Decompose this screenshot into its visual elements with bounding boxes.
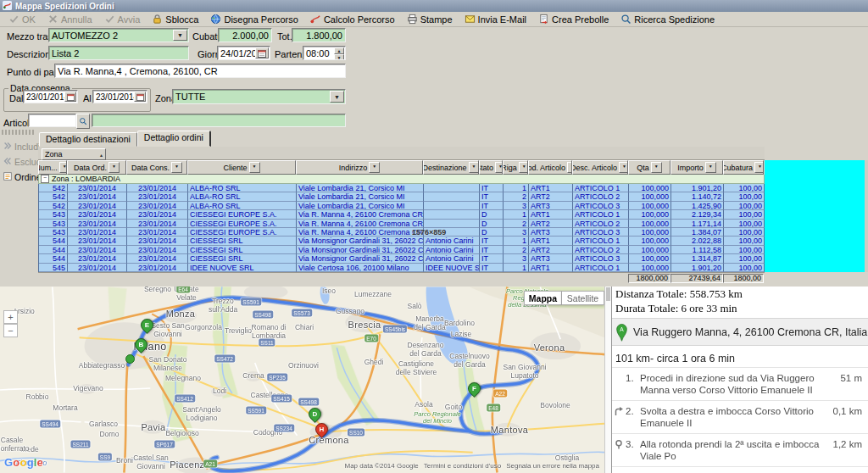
table-row[interactable]: 54323/01/201423/01/2014CIESSEGI EUROPE S… — [38, 210, 765, 219]
filter-dropdown-icon[interactable]: ▼ — [705, 162, 716, 173]
filter-dropdown-icon[interactable]: ▼ — [469, 162, 479, 173]
tab-dettaglio-ordini[interactable]: Dettaglio ordini — [137, 131, 211, 147]
column-header-stato[interactable]: Stato▼ — [479, 160, 503, 175]
table-row[interactable]: 54223/01/201423/01/2014ALBA-RO SRLViale … — [38, 184, 765, 192]
map-marker-partial[interactable] — [125, 354, 135, 364]
grid-scrollbar[interactable] — [865, 160, 868, 272]
cell-indirizzo: Via Monsignor Gardinali 31, 26022 Castel… — [297, 236, 424, 245]
column-header-num[interactable]: Num...▼ — [38, 160, 67, 175]
toolbar-button-calcolo-percorso[interactable]: Calcolo Percorso — [305, 12, 400, 26]
descrizione-field[interactable]: Lista 2 — [48, 46, 189, 60]
cell-cliente: CIESSEGI SRL — [188, 236, 297, 245]
filter-dropdown-icon[interactable]: ▼ — [495, 162, 503, 173]
tab-dettaglio-destinazioni[interactable]: Dettaglio destinazioni — [39, 132, 137, 147]
articolo-field[interactable] — [28, 114, 76, 127]
column-header-indirizzo[interactable]: Indirizzo▼ — [296, 160, 423, 175]
report-error-link[interactable]: Segnala un errore nella mappa — [506, 462, 599, 470]
toolbar-button-invia-e-mail[interactable]: Invia E-Mail — [459, 12, 531, 26]
cell-num: 544 — [39, 246, 68, 254]
cell-num: 543 — [39, 228, 68, 236]
articolo-search-button[interactable] — [76, 114, 90, 129]
cell-qta: 100,000 — [629, 254, 671, 263]
total-qta: 1800,000 — [628, 274, 670, 283]
filter-dropdown-icon[interactable]: ▼ — [519, 162, 528, 173]
column-header-qta[interactable]: Qta▼ — [628, 160, 670, 175]
toolbar-button-ricerca-spedizione[interactable]: Ricerca Spedizione — [615, 12, 720, 26]
filter-dropdown-icon[interactable]: ▼ — [651, 162, 662, 173]
cell-data-cons: 23/01/2014 — [127, 192, 188, 201]
cell-importo: 1.112,58 — [671, 246, 724, 254]
direction-step[interactable]: 4.Alla Largo Fabio Moreni prendi la 2ª u… — [612, 466, 868, 473]
arrows-right-icon — [3, 141, 13, 153]
time-spinner[interactable]: ▲▼ — [334, 47, 344, 58]
column-header-cod-articolo[interactable]: Cod. Articolo▼ — [528, 160, 572, 175]
doc-icon — [538, 14, 549, 25]
grid-empty-area — [765, 160, 865, 272]
collapse-icon[interactable]: − — [41, 175, 49, 183]
table-row[interactable]: 54223/01/201423/01/2014ALBA-RO SRLViale … — [38, 192, 765, 201]
column-header-desc-articolo[interactable]: Desc. Articolo▼ — [572, 160, 628, 175]
table-row[interactable]: 54323/01/201423/01/2014CIESSEGI EUROPE S… — [38, 220, 765, 228]
giorno-field[interactable]: 24/01/2014 — [217, 46, 270, 60]
cell-riga: 2 — [504, 246, 529, 254]
filter-dropdown-icon[interactable]: ▼ — [171, 162, 182, 173]
table-row[interactable]: 54223/01/201423/01/2014ALBA-RO SRLViale … — [38, 202, 765, 210]
cell-indirizzo: Via Monsignor Gardinali 31, 26022 Castel… — [297, 246, 424, 254]
column-header-destinazione[interactable]: Destinazione▼ — [423, 160, 479, 175]
terms-link[interactable]: Termini e condizioni d'uso — [424, 462, 501, 470]
filter-dropdown-icon[interactable]: ▼ — [59, 162, 67, 173]
group-row[interactable]: −Zona : LOMBARDIA — [38, 175, 765, 184]
map-zoom-control[interactable]: + − — [3, 310, 18, 337]
filter-dropdown-icon[interactable]: ▼ — [249, 162, 260, 173]
calendar-icon[interactable] — [64, 92, 76, 102]
partenza-field[interactable]: 08:00 ▲▼ — [303, 46, 346, 60]
table-row[interactable]: 54323/01/201423/01/2014CIESSEGI EUROPE S… — [38, 228, 765, 236]
cell-destinazione — [424, 184, 480, 192]
direction-step[interactable]: 1.Procedi in direzione sud da Via Rugger… — [612, 367, 868, 400]
calendar-icon[interactable] — [255, 47, 269, 58]
cell-cliente: ALBA-RO SRL — [188, 192, 297, 201]
zona-select[interactable]: TUTTE ▼ — [172, 89, 346, 104]
toolbar-button-stampe[interactable]: Stampe — [402, 12, 458, 26]
direction-step[interactable]: 2.Svolta a destra e imbocca Corso Vittor… — [612, 400, 868, 433]
table-row[interactable]: 54423/01/201423/01/2014CIESSEGI SRLVia M… — [38, 236, 765, 245]
zoom-out-button[interactable]: − — [3, 324, 18, 337]
mezzo-trasporto-select[interactable]: AUTOMEZZO 2 ▼ — [48, 28, 189, 42]
column-header-data-ord[interactable]: Data Ord.▼ — [67, 160, 126, 175]
road-badge-ss498: SS498 — [253, 311, 273, 319]
dal-field[interactable]: 23/01/2014 — [23, 90, 78, 103]
map-type-button-satellite[interactable]: Satellite — [562, 291, 604, 305]
zoom-in-button[interactable]: + — [3, 310, 18, 324]
splitter-handle[interactable] — [2, 130, 36, 135]
filter-dropdown-icon[interactable]: ▼ — [369, 162, 380, 173]
filter-dropdown-icon[interactable]: ▼ — [754, 162, 764, 173]
roundabout-icon — [614, 439, 624, 449]
toolbar-button-disegna-percorso[interactable]: Disegna Percorso — [205, 12, 303, 26]
filter-dropdown-icon[interactable]: ▼ — [619, 162, 628, 173]
filter-dropdown-icon[interactable]: ▼ — [108, 162, 120, 173]
punto-partenza-field[interactable]: Via R. Manna,4 , Cremona, 26100, CR — [54, 64, 346, 78]
map-canvas[interactable]: MilanoMonzaBresciaVeronaPaviaPiacenzaCre… — [0, 287, 604, 473]
column-header-cubatura[interactable]: Cubatura▼ — [723, 160, 764, 175]
cell-qta: 100,000 — [629, 264, 671, 272]
group-by-chip-zona[interactable]: Zona▴ — [42, 148, 106, 160]
column-header-riga[interactable]: Riga▼ — [503, 160, 528, 175]
cell-cod-articolo: ART3 — [529, 202, 573, 210]
column-header-cliente[interactable]: Cliente▼ — [187, 160, 296, 175]
panel-scrollbar[interactable] — [604, 287, 611, 473]
table-row[interactable]: 54423/01/201423/01/2014CIESSEGI SRLVia M… — [38, 254, 765, 263]
chevron-down-icon[interactable]: ▼ — [330, 91, 344, 103]
direction-step[interactable]: 3.Alla rotonda prendi la 2ª uscita e imb… — [612, 433, 868, 466]
side-button-ordine[interactable]: Ordine — [1, 170, 43, 184]
toolbar-button-crea-prebolle[interactable]: Crea Prebolle — [533, 12, 614, 26]
table-row[interactable]: 54523/01/201423/01/2014IDEE NUOVE SRLVia… — [38, 264, 765, 272]
column-header-importo[interactable]: Importo▼ — [670, 160, 723, 175]
chevron-down-icon[interactable]: ▼ — [173, 30, 187, 41]
calendar-icon[interactable] — [134, 92, 146, 102]
toolbar-button-sblocca[interactable]: Sblocca — [147, 12, 203, 26]
map-type-button-mappa[interactable]: Mappa — [524, 291, 562, 305]
cell-data-ord: 23/01/2014 — [68, 184, 127, 192]
column-header-data-cons[interactable]: Data Cons.▼ — [126, 160, 187, 175]
table-row[interactable]: 54423/01/201423/01/2014CIESSEGI SRLVia M… — [38, 246, 765, 254]
al-field[interactable]: 23/01/2014 — [92, 90, 147, 103]
